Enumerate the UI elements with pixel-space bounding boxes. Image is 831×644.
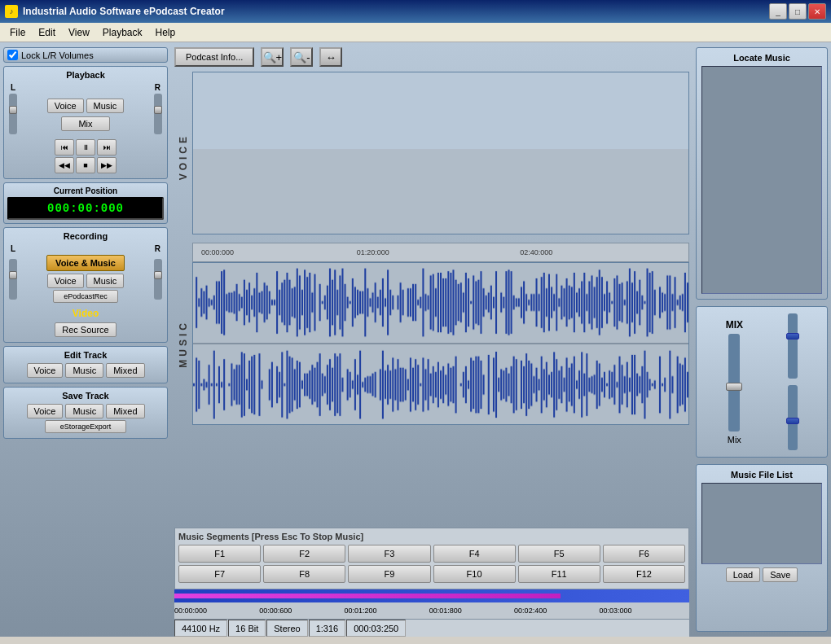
save-music-button[interactable]: Music bbox=[65, 404, 103, 418]
title-bar: ♪ Industrial Audio Software ePodcast Cre… bbox=[0, 0, 831, 23]
transport-rew[interactable]: ◀◀ bbox=[55, 157, 74, 173]
mix-side-slider-bottom[interactable] bbox=[788, 385, 798, 450]
zoom-in-button[interactable]: 🔍+ bbox=[261, 47, 284, 67]
left-panel: Lock L/R Volumes Playback L R Voice Musi… bbox=[0, 42, 171, 637]
segment-f11[interactable]: F11 bbox=[518, 565, 600, 583]
main-area: Lock L/R Volumes Playback L R Voice Musi… bbox=[0, 42, 831, 637]
status-bar: 44100 Hz 16 Bit Stereo 1:316 000:03:250 bbox=[174, 619, 689, 637]
recording-section: Recording L R Voice & Music Voice Music … bbox=[3, 227, 168, 343]
current-position-section: Current Position 000:00:000 bbox=[3, 182, 168, 224]
timeline-label-4: 00:02:400 bbox=[514, 607, 547, 615]
menu-playback[interactable]: Playback bbox=[96, 25, 149, 40]
close-button[interactable]: ✕ bbox=[808, 3, 826, 20]
transport-next[interactable]: ⏭ bbox=[97, 139, 117, 156]
timeline-bar[interactable] bbox=[174, 589, 689, 602]
zoom-out-button[interactable]: 🔍- bbox=[290, 47, 313, 67]
recording-r-slider[interactable] bbox=[154, 259, 162, 300]
menu-help[interactable]: Help bbox=[149, 25, 182, 40]
segment-f7[interactable]: F7 bbox=[178, 565, 261, 583]
mix-right-label: Mix bbox=[728, 435, 741, 445]
segment-f4[interactable]: F4 bbox=[433, 545, 516, 563]
timeline-label-3: 00:01:800 bbox=[429, 607, 462, 615]
segment-f8[interactable]: F8 bbox=[263, 565, 345, 583]
save-voice-button[interactable]: Voice bbox=[27, 404, 64, 418]
edit-music-button[interactable]: Music bbox=[65, 363, 103, 378]
time-marker-0: 00:00:000 bbox=[201, 248, 234, 256]
recording-voice-music-button[interactable]: Voice & Music bbox=[46, 255, 125, 271]
mix-slider[interactable] bbox=[728, 334, 740, 432]
status-ratio: 1:316 bbox=[309, 620, 346, 637]
recording-voice-button[interactable]: Voice bbox=[47, 274, 84, 288]
app-icon: ♪ bbox=[5, 5, 18, 18]
segment-f9[interactable]: F9 bbox=[348, 565, 430, 583]
locate-music-area[interactable] bbox=[701, 66, 822, 294]
timeline-label-2: 00:01:200 bbox=[345, 607, 377, 615]
waveform-container: VOICE bbox=[174, 72, 689, 523]
music-segments: Music Segments [Press Esc To Stop Music]… bbox=[174, 528, 689, 589]
voice-waveform[interactable] bbox=[192, 72, 689, 234]
playback-mix-button[interactable]: Mix bbox=[61, 116, 110, 131]
right-panel: Locate Music MIX Mix Mus bbox=[692, 42, 831, 637]
music-load-button[interactable]: Load bbox=[726, 567, 760, 582]
segment-f1[interactable]: F1 bbox=[178, 545, 261, 563]
edit-mixed-button[interactable]: Mixed bbox=[106, 363, 144, 378]
playback-music-button[interactable]: Music bbox=[86, 99, 125, 113]
playback-r-slider[interactable] bbox=[154, 94, 162, 134]
music-file-area[interactable] bbox=[701, 483, 822, 564]
time-labels: 00:00:000 00:00:600 00:01:200 00:01:800 … bbox=[174, 602, 689, 619]
podcast-rec-button[interactable]: ePodcastRec bbox=[53, 290, 118, 303]
playback-l-slider[interactable] bbox=[9, 94, 17, 134]
recording-l-label: L bbox=[11, 244, 15, 253]
menu-edit[interactable]: Edit bbox=[32, 25, 62, 40]
music-save-button[interactable]: Save bbox=[763, 567, 798, 582]
podcast-info-button[interactable]: Podcast Info... bbox=[174, 47, 254, 67]
playback-l-label: L bbox=[11, 83, 15, 92]
playback-voice-button[interactable]: Voice bbox=[47, 99, 84, 113]
transport-stop[interactable]: ■ bbox=[76, 157, 95, 173]
menu-view[interactable]: View bbox=[62, 25, 96, 40]
save-mixed-button[interactable]: Mixed bbox=[106, 404, 144, 418]
edit-track-section: Edit Track Voice Music Mixed bbox=[3, 346, 168, 383]
segment-f10[interactable]: F10 bbox=[433, 565, 516, 583]
timeline-label-5: 00:03:000 bbox=[599, 607, 631, 615]
recording-r-label: R bbox=[155, 244, 160, 253]
time-marker-2: 02:40:000 bbox=[520, 248, 552, 256]
transport-pause[interactable]: ⏸ bbox=[76, 139, 95, 156]
segment-f3[interactable]: F3 bbox=[348, 545, 430, 563]
mix-side-slider-top[interactable] bbox=[788, 313, 798, 379]
menu-bar: File Edit View Playback Help bbox=[0, 23, 831, 42]
segment-f12[interactable]: F12 bbox=[603, 565, 685, 583]
segment-row-2: F7 F8 F9 F10 F11 F12 bbox=[178, 565, 685, 583]
zoom-fit-button[interactable]: ↔ bbox=[319, 47, 342, 67]
toolbar-row: Podcast Info... 🔍+ 🔍- ↔ bbox=[174, 47, 689, 67]
video-label: Video bbox=[7, 306, 164, 321]
lock-lr-section: Lock L/R Volumes bbox=[3, 47, 168, 63]
segment-f6[interactable]: F6 bbox=[603, 545, 685, 563]
transport-row-2: ◀◀ ■ ▶▶ bbox=[7, 157, 164, 173]
transport-prev[interactable]: ⏮ bbox=[55, 139, 74, 156]
save-track-title: Save Track bbox=[7, 391, 164, 401]
export-button[interactable]: eStorageExport bbox=[45, 420, 126, 433]
recording-music-button[interactable]: Music bbox=[86, 274, 125, 288]
segment-f5[interactable]: F5 bbox=[518, 545, 600, 563]
locate-music-section: Locate Music bbox=[696, 47, 828, 300]
recording-l-slider[interactable] bbox=[9, 259, 17, 300]
lock-lr-label: Lock L/R Volumes bbox=[21, 50, 94, 60]
segments-title: Music Segments [Press Esc To Stop Music] bbox=[178, 532, 685, 541]
lock-lr-checkbox[interactable] bbox=[7, 50, 18, 60]
transport-fwd[interactable]: ▶▶ bbox=[97, 157, 117, 173]
edit-voice-button[interactable]: Voice bbox=[27, 363, 64, 378]
transport-row-1: ⏮ ⏸ ⏭ bbox=[7, 139, 164, 156]
music-label: MUSIC bbox=[178, 320, 189, 368]
save-track-section: Save Track Voice Music Mixed eStorageExp… bbox=[3, 387, 168, 439]
maximize-button[interactable]: □ bbox=[789, 3, 807, 20]
segment-f2[interactable]: F2 bbox=[263, 545, 345, 563]
timeline-label-0: 00:00:000 bbox=[174, 607, 207, 615]
minimize-button[interactable]: _ bbox=[769, 3, 787, 20]
time-ruler: 00:00:000 01:20:000 02:40:000 bbox=[192, 243, 689, 262]
music-waveform[interactable] bbox=[192, 262, 689, 425]
menu-file[interactable]: File bbox=[3, 25, 32, 40]
rec-source-button[interactable]: Rec Source bbox=[55, 322, 116, 337]
current-position-label: Current Position bbox=[7, 186, 164, 195]
recording-title: Recording bbox=[7, 231, 164, 241]
